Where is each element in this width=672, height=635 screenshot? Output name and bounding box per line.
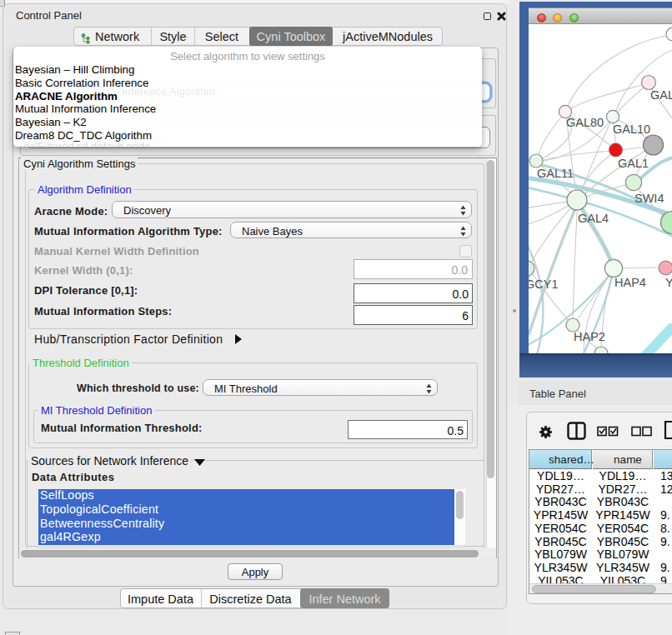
svg-text:GAL10: GAL10 xyxy=(613,122,650,136)
svg-text:GCY1: GCY1 xyxy=(529,278,559,291)
svg-text:HAP2: HAP2 xyxy=(574,330,605,343)
svg-text:SWI4: SWI4 xyxy=(634,192,664,205)
svg-text:Y: Y xyxy=(665,276,672,289)
svg-text:HAP4: HAP4 xyxy=(614,276,646,289)
svg-text:GAL4: GAL4 xyxy=(578,212,609,225)
svg-text:GAL: GAL xyxy=(650,88,672,102)
svg-text:GAL1: GAL1 xyxy=(618,157,649,170)
svg-text:GAL11: GAL11 xyxy=(537,167,574,180)
svg-text:GAL80: GAL80 xyxy=(566,116,604,129)
